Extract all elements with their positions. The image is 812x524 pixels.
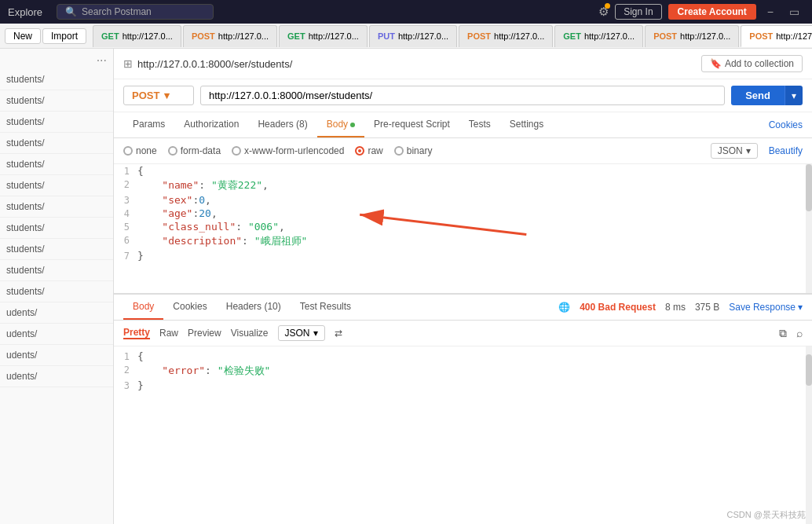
- sidebar-item-6[interactable]: students/: [0, 175, 113, 196]
- radio-binary[interactable]: binary: [394, 145, 433, 156]
- tab-post-4-active[interactable]: POST http://127.0...: [741, 25, 812, 47]
- tab-authorization[interactable]: Authorization: [174, 112, 248, 137]
- resp-filter-button[interactable]: ⇄: [335, 328, 342, 339]
- gear-notification-badge: [605, 3, 610, 9]
- line-number: 5: [114, 221, 137, 233]
- method-select[interactable]: POST ▾: [123, 86, 194, 105]
- tab-tests[interactable]: Tests: [459, 112, 500, 137]
- radio-circle-form-data: [168, 146, 177, 156]
- tab-post-1[interactable]: POST http://127.0...: [183, 25, 277, 47]
- sidebar-item-11[interactable]: students/: [0, 281, 113, 302]
- settings-button[interactable]: ⚙: [598, 5, 609, 19]
- sidebar-item-9[interactable]: students/: [0, 239, 113, 260]
- code-editor[interactable]: 1 { 2 "name": "黄蓉222", 3 "sex":0, 4 "age…: [114, 164, 812, 294]
- resp-tab-cookies[interactable]: Cookies: [163, 295, 216, 320]
- radio-raw[interactable]: raw: [355, 145, 382, 156]
- resp-view-raw[interactable]: Raw: [159, 328, 178, 339]
- radio-none[interactable]: none: [123, 145, 157, 156]
- send-dropdown-button[interactable]: ▾: [785, 86, 803, 105]
- tab-get-1[interactable]: GET http://127.0...: [93, 25, 181, 47]
- url-display: ⊞ http://127.0.0.1:8000/ser/students/: [123, 57, 695, 70]
- resp-json-format-select[interactable]: JSON ▾: [278, 325, 325, 341]
- radio-circle-none: [123, 146, 133, 156]
- sidebar-item-4[interactable]: students/: [0, 133, 113, 154]
- sidebar-item-2[interactable]: students/: [0, 90, 113, 112]
- resp-view-visualize[interactable]: Visualize: [231, 328, 269, 339]
- import-button[interactable]: Import: [42, 28, 86, 44]
- tab-params[interactable]: Params: [123, 112, 174, 137]
- response-header: Body Cookies Headers (10) Test Results 🌐…: [114, 295, 812, 321]
- tab-put-1[interactable]: PUT http://127.0...: [369, 25, 457, 47]
- tab-post-3[interactable]: POST http://127.0...: [645, 25, 739, 47]
- sidebar-item-15[interactable]: udents/: [0, 366, 113, 387]
- resp-code-line-2: 2 "error": "检验失败": [114, 363, 812, 379]
- resp-scrollbar-thumb: [806, 354, 812, 386]
- tab-method: POST: [467, 31, 491, 41]
- tabs-bar: New Import GET http://127.0... POST http…: [0, 24, 812, 49]
- resp-tab-test-results[interactable]: Test Results: [291, 295, 360, 320]
- tab-method: POST: [192, 31, 215, 41]
- resp-tab-headers[interactable]: Headers (10): [217, 295, 291, 320]
- resp-search-button[interactable]: ⌕: [796, 327, 803, 339]
- sidebar-item-8[interactable]: students/: [0, 218, 113, 239]
- resp-view-pretty[interactable]: Pretty: [123, 327, 150, 339]
- sidebar-item-13[interactable]: udents/: [0, 324, 113, 345]
- tab-get-2[interactable]: GET http://127.0...: [279, 25, 368, 47]
- status-text: 400 Bad Request: [580, 302, 656, 313]
- sidebar-item-3[interactable]: students/: [0, 112, 113, 133]
- sidebar-item-14[interactable]: udents/: [0, 345, 113, 366]
- tab-pre-request[interactable]: Pre-request Script: [364, 112, 459, 137]
- resp-tab-body[interactable]: Body: [123, 295, 163, 320]
- sidebar-item-12[interactable]: udents/: [0, 302, 113, 324]
- watermark: CSDN @景天科技苑: [727, 509, 806, 521]
- code-line-6: 6 "description": "峨眉祖师": [114, 233, 812, 249]
- tab-headers[interactable]: Headers (8): [248, 112, 316, 137]
- search-placeholder: Search Postman: [82, 6, 152, 17]
- tab-settings[interactable]: Settings: [500, 112, 553, 137]
- tab-post-2[interactable]: POST http://127.0...: [459, 25, 553, 47]
- save-response-button[interactable]: Save Response ▾: [729, 302, 803, 313]
- tab-method: GET: [287, 31, 305, 41]
- sign-in-button[interactable]: Sign In: [615, 4, 661, 20]
- tab-get-3[interactable]: GET http://127.0...: [554, 25, 643, 47]
- sidebar-item-5[interactable]: students/: [0, 154, 113, 175]
- send-button[interactable]: Send: [731, 86, 785, 105]
- radio-urlencoded[interactable]: x-www-form-urlencoded: [232, 145, 344, 156]
- minimize-button[interactable]: −: [763, 5, 778, 18]
- sidebar-item-10[interactable]: students/: [0, 260, 113, 281]
- chevron-down-icon-save: ▾: [798, 302, 803, 313]
- tab-body[interactable]: Body: [317, 112, 364, 137]
- sidebar-item-7[interactable]: students/: [0, 196, 113, 218]
- tab-method: PUT: [378, 31, 395, 41]
- cookies-link[interactable]: Cookies: [769, 119, 803, 130]
- sidebar-more[interactable]: ···: [0, 52, 113, 69]
- method-label: POST: [132, 90, 159, 101]
- create-account-button[interactable]: Create Account: [668, 4, 756, 20]
- beautify-button[interactable]: Beautify: [769, 145, 803, 156]
- main-layout: ··· students/ students/ students/ studen…: [0, 49, 812, 524]
- explore-label: Explore: [8, 6, 42, 18]
- add-to-collection-button[interactable]: 🔖 Add to collection: [701, 55, 803, 72]
- url-display-bar: ⊞ http://127.0.0.1:8000/ser/students/ 🔖 …: [114, 49, 812, 79]
- radio-form-data[interactable]: form-data: [168, 145, 221, 156]
- code-scrollbar[interactable]: [806, 164, 812, 293]
- search-bar[interactable]: 🔍 Search Postman: [57, 4, 214, 20]
- json-format-select[interactable]: JSON ▾: [711, 143, 758, 159]
- tab-url: http://127.0...: [494, 31, 544, 41]
- response-status-group: 🌐 400 Bad Request 8 ms 375 B Save Respon…: [558, 302, 803, 313]
- body-options-bar: none form-data x-www-form-urlencoded raw…: [114, 138, 812, 164]
- new-button[interactable]: New: [5, 28, 41, 44]
- radio-circle-raw: [355, 146, 364, 156]
- sidebar-item-1[interactable]: students/: [0, 69, 113, 90]
- tab-url: http://127.0...: [776, 31, 812, 41]
- resp-scrollbar[interactable]: [806, 346, 812, 524]
- body-active-dot: [350, 123, 355, 127]
- tab-method: GET: [101, 31, 119, 41]
- search-icon: 🔍: [65, 6, 77, 17]
- tab-url: http://127.0...: [680, 31, 730, 41]
- url-input[interactable]: [200, 86, 725, 105]
- resp-view-preview[interactable]: Preview: [188, 328, 221, 339]
- maximize-button[interactable]: ▭: [785, 5, 804, 18]
- resp-copy-button[interactable]: ⧉: [779, 327, 787, 340]
- new-import-group: New Import: [5, 28, 86, 44]
